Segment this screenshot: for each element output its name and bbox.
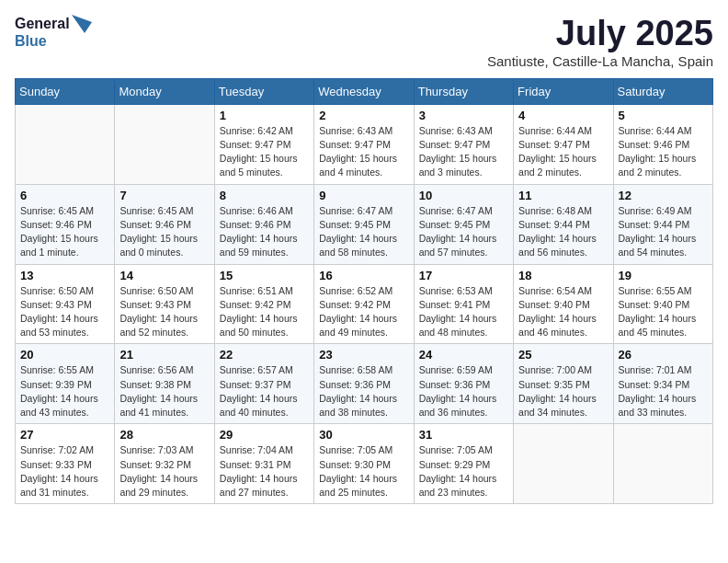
weekday-header: Friday (514, 78, 613, 104)
day-number: 31 (419, 428, 508, 442)
day-info-line: Daylight: 14 hours and 48 minutes. (419, 312, 508, 339)
day-info: Sunrise: 6:44 AMSunset: 9:46 PMDaylight:… (619, 124, 708, 180)
weekday-header: Sunday (16, 78, 115, 104)
calendar-cell: 15Sunrise: 6:51 AMSunset: 9:42 PMDayligh… (214, 264, 313, 344)
day-info-line: Sunset: 9:29 PM (419, 458, 508, 472)
day-info-line: Sunrise: 6:45 AM (20, 204, 109, 218)
day-info-line: Sunset: 9:42 PM (319, 298, 408, 312)
day-info: Sunrise: 6:50 AMSunset: 9:43 PMDaylight:… (119, 284, 209, 340)
day-number: 26 (619, 348, 708, 362)
calendar-week-row: 13Sunrise: 6:50 AMSunset: 9:43 PMDayligh… (16, 264, 713, 344)
day-number: 27 (20, 428, 109, 442)
day-info-line: Daylight: 15 hours and 5 minutes. (220, 152, 309, 179)
calendar-cell (16, 104, 115, 184)
day-info-line: Sunrise: 6:42 AM (220, 124, 309, 138)
calendar-cell: 13Sunrise: 6:50 AMSunset: 9:43 PMDayligh… (16, 264, 115, 344)
day-info-line: Sunrise: 6:51 AM (220, 284, 309, 298)
day-number: 16 (319, 269, 408, 282)
day-info-line: Sunset: 9:37 PM (220, 378, 309, 392)
day-info-line: Sunrise: 6:44 AM (518, 124, 608, 138)
day-number: 19 (619, 269, 708, 282)
calendar-cell (115, 104, 214, 184)
day-info-line: Daylight: 15 hours and 3 minutes. (419, 152, 508, 179)
calendar-cell: 26Sunrise: 7:01 AMSunset: 9:34 PMDayligh… (613, 344, 712, 424)
weekday-header: Thursday (414, 78, 513, 104)
day-info-line: Sunrise: 7:01 AM (619, 363, 708, 377)
day-info-line: Daylight: 14 hours and 31 minutes. (20, 472, 109, 500)
page-header: General Blue July 2025 Santiuste, Castil… (15, 15, 713, 69)
calendar-cell: 29Sunrise: 7:04 AMSunset: 9:31 PMDayligh… (214, 424, 313, 504)
svg-marker-0 (72, 15, 92, 33)
calendar-cell (613, 424, 712, 504)
calendar-cell: 14Sunrise: 6:50 AMSunset: 9:43 PMDayligh… (115, 264, 214, 344)
day-info-line: Daylight: 14 hours and 41 minutes. (119, 392, 209, 419)
day-info-line: Sunset: 9:46 PM (220, 218, 309, 232)
day-info-line: Sunset: 9:36 PM (319, 378, 408, 392)
calendar-cell: 27Sunrise: 7:02 AMSunset: 9:33 PMDayligh… (16, 424, 115, 504)
day-info: Sunrise: 6:57 AMSunset: 9:37 PMDaylight:… (220, 363, 309, 419)
day-info-line: Daylight: 14 hours and 53 minutes. (20, 312, 109, 339)
day-info-line: Sunset: 9:32 PM (119, 458, 209, 472)
day-number: 9 (319, 189, 408, 202)
day-info-line: Sunrise: 7:02 AM (20, 443, 109, 457)
calendar-cell: 19Sunrise: 6:55 AMSunset: 9:40 PMDayligh… (613, 264, 712, 344)
day-info: Sunrise: 6:48 AMSunset: 9:44 PMDaylight:… (518, 204, 608, 260)
day-info-line: Sunset: 9:46 PM (119, 218, 209, 232)
day-number: 15 (220, 269, 309, 282)
day-info-line: Daylight: 14 hours and 33 minutes. (619, 392, 708, 419)
day-info-line: Daylight: 14 hours and 54 minutes. (619, 232, 708, 259)
day-info: Sunrise: 7:01 AMSunset: 9:34 PMDaylight:… (619, 363, 708, 419)
logo: General Blue (15, 15, 92, 50)
day-info-line: Sunrise: 7:04 AM (220, 443, 309, 457)
day-info-line: Sunset: 9:44 PM (518, 218, 608, 232)
day-info: Sunrise: 6:54 AMSunset: 9:40 PMDaylight:… (518, 284, 608, 340)
weekday-header: Tuesday (214, 78, 313, 104)
calendar-week-row: 20Sunrise: 6:55 AMSunset: 9:39 PMDayligh… (16, 344, 713, 424)
calendar-cell: 3Sunrise: 6:43 AMSunset: 9:47 PMDaylight… (414, 104, 513, 184)
day-info: Sunrise: 6:43 AMSunset: 9:47 PMDaylight:… (419, 124, 508, 180)
day-number: 24 (419, 348, 508, 362)
day-info-line: Daylight: 14 hours and 50 minutes. (220, 312, 309, 339)
day-info-line: Daylight: 14 hours and 59 minutes. (220, 232, 309, 259)
day-info-line: Sunrise: 6:50 AM (119, 284, 209, 298)
calendar-cell: 31Sunrise: 7:05 AMSunset: 9:29 PMDayligh… (414, 424, 513, 504)
day-info-line: Sunset: 9:44 PM (619, 218, 708, 232)
day-info-line: Daylight: 14 hours and 40 minutes. (220, 392, 309, 419)
day-info-line: Sunset: 9:43 PM (20, 298, 109, 312)
calendar-cell: 8Sunrise: 6:46 AMSunset: 9:46 PMDaylight… (214, 184, 313, 264)
day-info: Sunrise: 6:59 AMSunset: 9:36 PMDaylight:… (419, 363, 508, 419)
day-info-line: Daylight: 14 hours and 29 minutes. (119, 472, 209, 500)
weekday-header: Saturday (613, 78, 712, 104)
day-info: Sunrise: 6:52 AMSunset: 9:42 PMDaylight:… (319, 284, 408, 340)
calendar-cell: 4Sunrise: 6:44 AMSunset: 9:47 PMDaylight… (514, 104, 613, 184)
day-info-line: Sunset: 9:45 PM (319, 218, 408, 232)
calendar-week-row: 27Sunrise: 7:02 AMSunset: 9:33 PMDayligh… (16, 424, 713, 504)
day-info-line: Daylight: 14 hours and 34 minutes. (518, 392, 608, 419)
day-info-line: Sunset: 9:45 PM (419, 218, 508, 232)
calendar-cell: 24Sunrise: 6:59 AMSunset: 9:36 PMDayligh… (414, 344, 513, 424)
logo-triangle (72, 15, 92, 33)
day-info-line: Sunset: 9:47 PM (518, 138, 608, 152)
calendar-cell: 10Sunrise: 6:47 AMSunset: 9:45 PMDayligh… (414, 184, 513, 264)
day-info-line: Sunrise: 6:59 AM (419, 363, 508, 377)
day-info-line: Daylight: 14 hours and 25 minutes. (319, 472, 408, 500)
day-info-line: Sunset: 9:33 PM (20, 458, 109, 472)
day-info: Sunrise: 6:45 AMSunset: 9:46 PMDaylight:… (119, 204, 209, 260)
day-info-line: Sunrise: 6:47 AM (419, 204, 508, 218)
day-info-line: Sunset: 9:47 PM (220, 138, 309, 152)
day-number: 23 (319, 348, 408, 362)
calendar-cell: 21Sunrise: 6:56 AMSunset: 9:38 PMDayligh… (115, 344, 214, 424)
day-info: Sunrise: 6:55 AMSunset: 9:39 PMDaylight:… (20, 363, 109, 419)
title-block: July 2025 Santiuste, Castille-La Mancha,… (487, 15, 713, 69)
day-info-line: Sunset: 9:46 PM (20, 218, 109, 232)
calendar-cell: 12Sunrise: 6:49 AMSunset: 9:44 PMDayligh… (613, 184, 712, 264)
day-number: 21 (119, 348, 209, 362)
day-info-line: Sunrise: 6:55 AM (619, 284, 708, 298)
day-info: Sunrise: 7:05 AMSunset: 9:29 PMDaylight:… (419, 443, 508, 500)
day-info-line: Daylight: 14 hours and 46 minutes. (518, 312, 608, 339)
calendar-cell: 1Sunrise: 6:42 AMSunset: 9:47 PMDaylight… (214, 104, 313, 184)
calendar-cell: 30Sunrise: 7:05 AMSunset: 9:30 PMDayligh… (314, 424, 414, 504)
day-number: 2 (319, 109, 408, 122)
day-number: 7 (119, 189, 209, 202)
day-info-line: Daylight: 15 hours and 0 minutes. (119, 232, 209, 259)
